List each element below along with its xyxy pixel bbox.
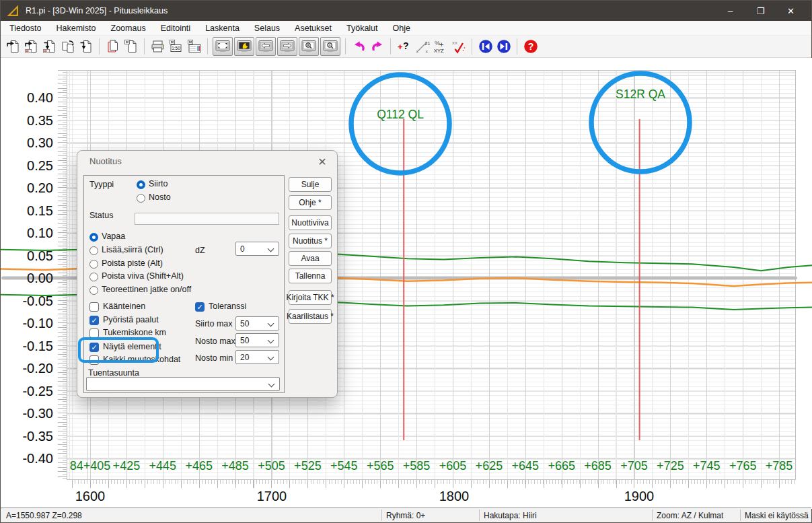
dz-combo[interactable]: 0 bbox=[235, 242, 279, 256]
menu-item-ty-kalut[interactable]: Työkalut bbox=[339, 21, 385, 36]
radio-poista-piste-alt[interactable] bbox=[89, 260, 98, 269]
radio-vapaa[interactable] bbox=[89, 233, 98, 242]
menu-item-laskenta[interactable]: Laskenta bbox=[198, 21, 247, 36]
zoom-out-icon bbox=[323, 39, 338, 54]
dialog-button-avaa[interactable]: Avaa bbox=[289, 251, 332, 266]
redo-button[interactable] bbox=[368, 38, 386, 56]
dialog-button-kaarilistaus[interactable]: Kaarilistaus * bbox=[289, 309, 332, 324]
radio-nosto[interactable] bbox=[137, 194, 145, 203]
menu-item-editointi[interactable]: Editointi bbox=[153, 21, 198, 36]
page-setup-button[interactable] bbox=[185, 38, 203, 56]
element-label-s12r-qa: S12R QA bbox=[616, 88, 665, 101]
tuentasuunta-combo[interactable] bbox=[86, 377, 280, 391]
combo-nosto-max[interactable]: 50 bbox=[235, 333, 279, 347]
minimize-button[interactable]: – bbox=[715, 1, 745, 21]
next-view-button[interactable] bbox=[277, 37, 297, 56]
close-button[interactable]: ✕ bbox=[776, 1, 806, 21]
read-file-button[interactable] bbox=[4, 38, 22, 56]
copy-pages-button[interactable] bbox=[104, 38, 122, 56]
radio-teoreettinen-jatke-on-off[interactable] bbox=[89, 286, 98, 295]
scale-150-button[interactable]: 1:50 bbox=[167, 38, 185, 56]
print-button[interactable] bbox=[149, 38, 167, 56]
x-axis-station-label: +445 bbox=[149, 459, 177, 473]
toolbar-separator bbox=[390, 38, 391, 55]
y-axis-label: -0.25 bbox=[7, 384, 53, 398]
help-button[interactable]: ? bbox=[521, 38, 540, 56]
y-axis-label: 0.15 bbox=[7, 203, 53, 218]
menu-item-tiedosto[interactable]: Tiedosto bbox=[2, 21, 48, 36]
delete-page-button[interactable] bbox=[122, 38, 140, 56]
redo-icon bbox=[370, 39, 385, 54]
identify-point-button[interactable]: +? bbox=[395, 38, 413, 56]
checkbox-py-rist-paalut[interactable]: ✓ bbox=[89, 316, 99, 325]
y-axis-label: 0.35 bbox=[7, 113, 53, 128]
prev-view-button[interactable] bbox=[256, 37, 276, 56]
checkbox-k-nteinen[interactable] bbox=[89, 302, 99, 312]
radio-lis-siirr-ctrl[interactable] bbox=[89, 246, 98, 255]
combo-nosto-min[interactable]: 20 bbox=[235, 350, 279, 364]
zoom-out-button[interactable] bbox=[320, 37, 340, 56]
checkbox-tukemiskone-km[interactable] bbox=[89, 328, 99, 338]
y-axis-label: 0.30 bbox=[7, 135, 53, 150]
combo-nosto-min-value: 20 bbox=[240, 353, 249, 362]
menu-item-zoomaus[interactable]: Zoomaus bbox=[104, 21, 153, 36]
zoom-in-button[interactable] bbox=[299, 37, 319, 56]
radio-poista-viiva-shift-alt[interactable] bbox=[89, 273, 98, 281]
dz-combo-value: 0 bbox=[240, 244, 245, 254]
dialog-button-nuottiviiva[interactable]: Nuottiviiva bbox=[289, 215, 332, 230]
file-exchange-button[interactable] bbox=[59, 38, 77, 56]
menu-item-hakemisto[interactable]: Hakemisto bbox=[48, 21, 103, 36]
prev-element-button[interactable] bbox=[476, 38, 494, 56]
undo-button[interactable] bbox=[350, 38, 368, 56]
y-axis-label: -0.10 bbox=[7, 316, 53, 330]
file-out-button[interactable] bbox=[77, 38, 95, 56]
read-write-file-button[interactable] bbox=[22, 38, 40, 56]
maximize-button[interactable]: ❐ bbox=[745, 1, 776, 21]
y-axis-label: -0.20 bbox=[7, 361, 53, 376]
statusbar-section: Ryhmä: 0+ bbox=[386, 508, 425, 522]
dialog-button-sulje[interactable]: Sulje bbox=[289, 177, 332, 192]
menu-item-asetukset[interactable]: Asetukset bbox=[287, 21, 339, 36]
x-axis-station-label: +685 bbox=[584, 459, 612, 473]
dialog-button-kirjoita-tkk[interactable]: Kirjoita TKK * bbox=[289, 290, 332, 305]
x-axis-chainage-label: 1600 bbox=[75, 489, 106, 504]
radio-label-nosto: Nosto bbox=[149, 193, 171, 202]
scale-150-icon: 1:50 bbox=[169, 39, 184, 54]
identify-point-icon: +? bbox=[397, 39, 412, 54]
redraw-button[interactable] bbox=[234, 37, 254, 56]
x-axis-station-label: +745 bbox=[693, 459, 721, 473]
x-axis-station-label: +625 bbox=[476, 459, 503, 473]
status-field[interactable] bbox=[135, 213, 279, 225]
checkbox-toleranssi[interactable]: ✓ bbox=[195, 302, 205, 312]
print-icon bbox=[151, 39, 165, 54]
combo-siirto-max[interactable]: 50 bbox=[235, 316, 279, 330]
dialog-button-tallenna[interactable]: Tallenna bbox=[289, 269, 332, 283]
limit-label-siirto-max: Siirto max bbox=[195, 319, 233, 328]
radio-siirto[interactable] bbox=[137, 180, 145, 189]
statusbar-section: Hakutapa: Hiiri bbox=[484, 508, 537, 522]
show-coordinates-button[interactable]: %+XYZ bbox=[431, 38, 449, 56]
checkbox-label-n-yt-elementit: Näytä elementit bbox=[103, 342, 161, 351]
next-view-icon bbox=[280, 39, 295, 54]
dialog-button-ohje[interactable]: Ohje * bbox=[289, 195, 332, 210]
radio-label-lis-siirr-ctrl: Lisää,siirrä (Ctrl) bbox=[102, 245, 163, 254]
x-axis-station-label: 84+405 bbox=[70, 459, 111, 473]
limit-label-nosto-max: Nosto max bbox=[195, 337, 235, 346]
status-bar: A=1550.987 Z=0.298Ryhmä: 0+Hakutapa: Hii… bbox=[1, 508, 811, 522]
checkbox-n-yt-elementit[interactable]: ✓ bbox=[89, 343, 99, 352]
toolbar-separator bbox=[207, 38, 208, 55]
check-points-button[interactable]: xx bbox=[449, 38, 468, 56]
checkbox-kaikki-muutoskohdat[interactable] bbox=[89, 355, 99, 365]
prev-view-icon bbox=[258, 39, 273, 54]
write-file-button[interactable] bbox=[40, 38, 59, 56]
fit-view-button[interactable] bbox=[213, 37, 233, 56]
menu-item-selaus[interactable]: Selaus bbox=[247, 21, 287, 36]
show-coordinates-icon: %+XYZ bbox=[433, 39, 448, 54]
read-file-icon bbox=[6, 39, 21, 54]
next-element-button[interactable] bbox=[494, 38, 513, 56]
measure-distance-button[interactable]: 21xx bbox=[413, 38, 431, 56]
copy-pages-icon bbox=[106, 39, 120, 54]
dialog-button-nuotitus[interactable]: Nuotitus * bbox=[289, 234, 332, 248]
dialog-close-icon[interactable]: ✕ bbox=[315, 154, 330, 169]
menu-item-ohje[interactable]: Ohje bbox=[385, 21, 418, 36]
